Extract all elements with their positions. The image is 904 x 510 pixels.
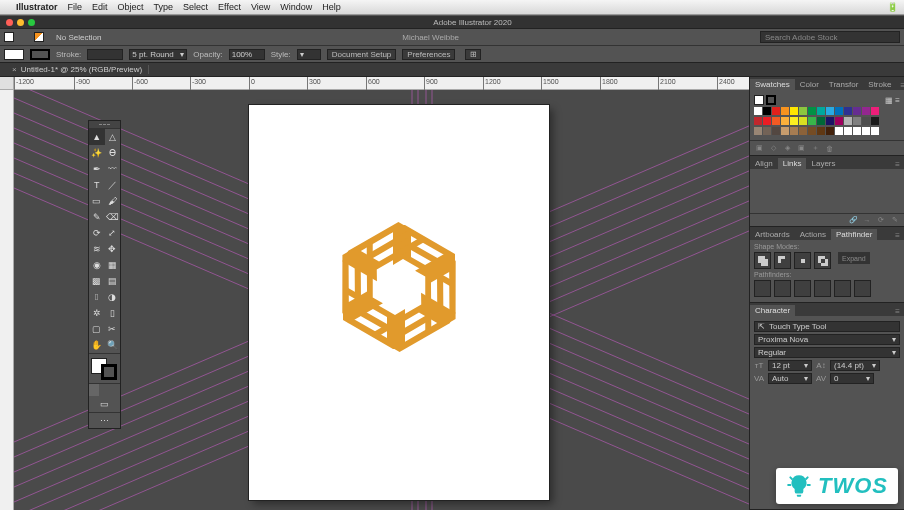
unite-icon[interactable] xyxy=(754,252,771,269)
swatch[interactable] xyxy=(799,107,807,115)
user-name[interactable]: Michael Weibbe xyxy=(402,33,459,42)
swatch-options-icon[interactable]: ◈ xyxy=(782,144,792,152)
mesh-tool[interactable]: ▩ xyxy=(89,273,105,289)
swatch[interactable] xyxy=(844,117,852,125)
panel-menu-icon[interactable]: ≡ xyxy=(891,307,904,316)
swatch[interactable] xyxy=(781,117,789,125)
fill-stroke-indicator[interactable] xyxy=(89,353,120,383)
draw-behind[interactable] xyxy=(99,384,109,396)
font-weight-select[interactable]: Regular▾ xyxy=(754,347,900,358)
swatch-libraries-icon[interactable]: ▣ xyxy=(754,144,764,152)
search-stock-input[interactable]: Search Adobe Stock xyxy=(760,31,900,43)
swatch[interactable] xyxy=(871,117,879,125)
swatch[interactable] xyxy=(781,107,789,115)
swatch[interactable] xyxy=(790,107,798,115)
swatch[interactable] xyxy=(835,117,843,125)
tab-color[interactable]: Color xyxy=(795,79,824,90)
tab-actions[interactable]: Actions xyxy=(795,229,831,240)
tab-swatches[interactable]: Swatches xyxy=(750,79,795,90)
tab-links[interactable]: Links xyxy=(778,158,807,169)
swatches-view-icon[interactable]: ▦ xyxy=(885,96,893,105)
preferences-button[interactable]: Preferences xyxy=(402,49,455,60)
stroke-profile-select[interactable]: 5 pt. Round▾ xyxy=(129,49,187,60)
swatch[interactable] xyxy=(862,107,870,115)
update-link-icon[interactable]: ⟳ xyxy=(876,216,886,224)
swatch[interactable] xyxy=(853,117,861,125)
swatch[interactable] xyxy=(853,127,861,135)
swatch[interactable] xyxy=(763,117,771,125)
menu-view[interactable]: View xyxy=(251,2,270,12)
menu-type[interactable]: Type xyxy=(154,2,174,12)
tab-layers[interactable]: Layers xyxy=(806,158,840,169)
edit-original-icon[interactable]: ✎ xyxy=(890,216,900,224)
goto-link-icon[interactable]: → xyxy=(862,217,872,224)
menu-file[interactable]: File xyxy=(68,2,83,12)
shaper-tool[interactable]: ✎ xyxy=(89,209,105,225)
tab-transform[interactable]: Transfor xyxy=(824,79,864,90)
swatch[interactable] xyxy=(817,117,825,125)
swatch[interactable] xyxy=(835,107,843,115)
menu-help[interactable]: Help xyxy=(322,2,341,12)
font-family-select[interactable]: Proxima Nova▾ xyxy=(754,334,900,345)
swatch[interactable] xyxy=(817,127,825,135)
swatch[interactable] xyxy=(772,127,780,135)
swatch[interactable] xyxy=(754,107,762,115)
artboard-tool[interactable]: ▢ xyxy=(89,321,105,337)
tab-stroke[interactable]: Stroke xyxy=(863,79,896,90)
exclude-icon[interactable] xyxy=(814,252,831,269)
stroke-color-icon[interactable] xyxy=(101,364,117,380)
rectangle-tool[interactable]: ▭ xyxy=(89,193,105,209)
swatch[interactable] xyxy=(790,127,798,135)
tab-character[interactable]: Character xyxy=(750,305,795,316)
tab-align[interactable]: Align xyxy=(750,158,778,169)
swatch[interactable] xyxy=(781,127,789,135)
leading-input[interactable]: (14.4 pt)▾ xyxy=(830,360,880,371)
document-setup-button[interactable]: Document Setup xyxy=(327,49,397,60)
scale-tool[interactable]: ⤢ xyxy=(105,225,121,241)
swatch[interactable] xyxy=(808,127,816,135)
maximize-window-icon[interactable] xyxy=(28,19,35,26)
app-name[interactable]: Illustrator xyxy=(16,2,58,12)
minus-front-icon[interactable] xyxy=(774,252,791,269)
swatch[interactable] xyxy=(871,127,879,135)
swatch[interactable] xyxy=(799,127,807,135)
panel-menu-icon[interactable]: ≡ xyxy=(891,231,904,240)
artwork-hex-logo[interactable] xyxy=(324,212,474,362)
opacity-input[interactable]: 100% xyxy=(229,49,265,60)
artboard[interactable] xyxy=(249,105,549,500)
swatch[interactable] xyxy=(826,117,834,125)
relink-icon[interactable]: 🔗 xyxy=(848,216,858,224)
outline-icon[interactable] xyxy=(834,280,851,297)
swatch[interactable] xyxy=(862,117,870,125)
new-swatch-icon[interactable]: ＋ xyxy=(810,143,820,153)
swatches-list-icon[interactable]: ≡ xyxy=(895,96,900,105)
ruler-origin[interactable] xyxy=(0,77,14,90)
swatch[interactable] xyxy=(871,107,879,115)
touch-type-button[interactable]: ⇱ Touch Type Tool xyxy=(754,321,900,332)
rotate-tool[interactable]: ⟳ xyxy=(89,225,105,241)
font-size-input[interactable]: 12 pt▾ xyxy=(768,360,812,371)
swatch[interactable] xyxy=(817,107,825,115)
swatch[interactable] xyxy=(763,107,771,115)
swatch[interactable] xyxy=(826,127,834,135)
screen-mode[interactable]: ▭ xyxy=(89,396,120,412)
gradient-tool[interactable]: ▤ xyxy=(105,273,121,289)
magic-wand-tool[interactable]: ✨ xyxy=(89,145,105,161)
shape-builder-tool[interactable]: ◉ xyxy=(89,257,105,273)
width-tool[interactable]: ≋ xyxy=(89,241,105,257)
swatch[interactable] xyxy=(835,127,843,135)
symbol-sprayer-tool[interactable]: ✲ xyxy=(89,305,105,321)
close-window-icon[interactable] xyxy=(6,19,13,26)
minus-back-icon[interactable] xyxy=(854,280,871,297)
divide-icon[interactable] xyxy=(754,280,771,297)
draw-normal[interactable] xyxy=(89,384,99,396)
swatch[interactable] xyxy=(808,107,816,115)
paintbrush-tool[interactable]: 🖌 xyxy=(105,193,121,209)
expand-button[interactable]: Expand xyxy=(838,252,870,264)
tab-artboards[interactable]: Artboards xyxy=(750,229,795,240)
slice-tool[interactable]: ✂ xyxy=(105,321,121,337)
new-color-group-icon[interactable]: ▣ xyxy=(796,144,806,152)
swatch[interactable] xyxy=(754,117,762,125)
menu-effect[interactable]: Effect xyxy=(218,2,241,12)
fill-swatch[interactable] xyxy=(4,32,14,42)
